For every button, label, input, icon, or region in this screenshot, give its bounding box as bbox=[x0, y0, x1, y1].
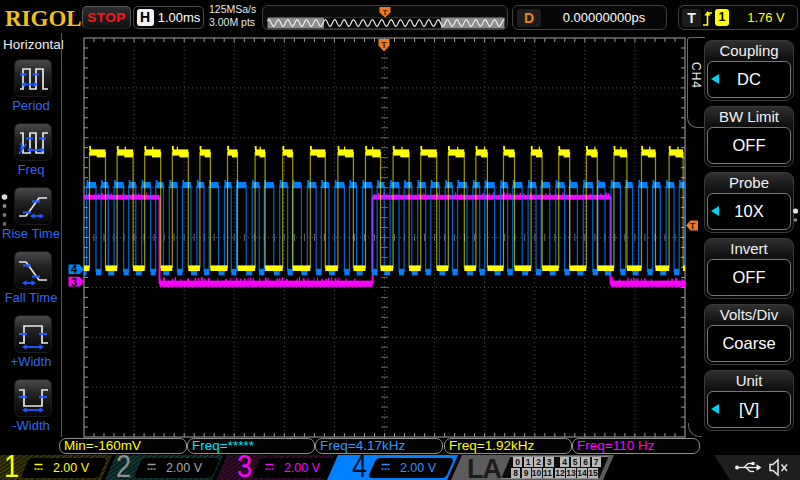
svg-text:T: T bbox=[381, 40, 387, 50]
svg-text:T: T bbox=[690, 221, 696, 231]
svg-text:4: 4 bbox=[71, 263, 78, 275]
svg-text:3: 3 bbox=[71, 276, 77, 288]
